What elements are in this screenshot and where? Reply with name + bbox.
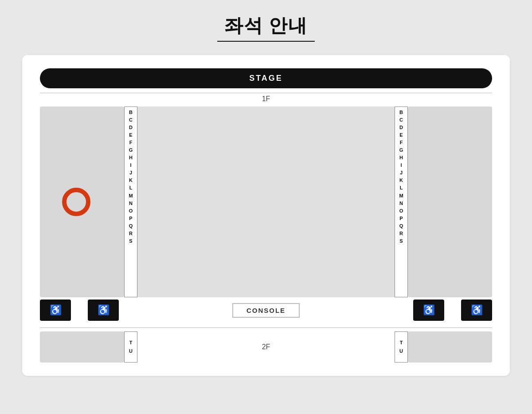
wheelchair-icon-1: ♿ [50,304,62,316]
2f-area: TU 2F TU [40,331,492,363]
2f-right-row-labels: TU [395,331,408,363]
row-label: R [125,230,137,237]
row-label: L [395,184,407,192]
row-label: L [125,184,137,192]
stage-divider [40,93,492,93]
floor-2f-label: 2F [137,331,395,363]
row-label: D [395,124,407,131]
row-label: P [395,215,407,222]
wheelchair-icon-box-2: ♿ [88,300,119,321]
full-layout: BCDEFGHIJKLMNOPQRS BCDEFGHIJKLMNOPQRS ♿ [40,106,492,363]
row-label-2f: T [400,339,403,347]
row-label: G [395,146,407,154]
row-label: F [125,139,137,146]
bottom-center-console: CONSOLE [137,303,395,318]
left-side-block-area: BCDEFGHIJKLMNOPQRS [40,106,137,297]
row-label-2f: U [399,347,403,355]
row-label: E [125,131,137,139]
page-title: 좌석 안내 [224,13,308,38]
row-label: I [395,162,407,169]
right-side-block-area: BCDEFGHIJKLMNOPQRS [395,106,492,297]
row-label: Q [125,222,137,230]
right-gray-block [408,106,492,297]
2f-left-row-labels: TU [124,331,137,363]
bottom-strip: ♿ ♿ CONSOLE ♿ ♿ [40,297,492,323]
row-label-2f: T [129,339,133,347]
left-row-labels: BCDEFGHIJKLMNOPQRS [124,106,137,297]
row-label: N [395,200,407,207]
wheelchair-icon-box-4: ♿ [461,300,492,321]
row-label: C [125,116,137,124]
2f-divider [40,327,492,328]
1f-area: BCDEFGHIJKLMNOPQRS BCDEFGHIJKLMNOPQRS [40,106,492,297]
venue-map: STAGE 1F BCDEFGHIJKLMNOPQRS BCDEFGHIJKLM… [22,55,510,376]
row-label: I [125,162,137,169]
floor-1f-label: 1F [40,95,492,103]
2f-left-gray [40,331,124,363]
row-label: B [395,109,407,116]
wheelchair-icon-box-1: ♿ [40,300,71,321]
row-label: S [395,237,407,245]
row-label: M [125,192,137,200]
row-label: O [125,207,137,215]
console-box: CONSOLE [232,303,300,318]
center-inner [137,106,395,297]
row-label: H [125,154,137,162]
row-label: C [395,116,407,124]
right-row-labels: BCDEFGHIJKLMNOPQRS [395,106,408,297]
wheelchair-icon-2: ♿ [98,304,110,316]
title-underline [217,41,315,42]
center-seating-area [137,106,395,297]
row-label: J [395,169,407,177]
seat-marker [62,188,90,216]
wheelchair-icon-4: ♿ [471,304,483,316]
row-label: G [125,146,137,154]
row-label: J [125,169,137,177]
stage-bar: STAGE [40,68,492,88]
row-label-2f: U [129,347,133,355]
wheelchair-icon-box-3: ♿ [413,300,444,321]
row-label: K [125,177,137,184]
row-label: P [125,215,137,222]
2f-right-gray [408,331,492,363]
row-label: M [395,192,407,200]
row-label: F [395,139,407,146]
row-label: Q [395,222,407,230]
row-label: R [395,230,407,237]
row-label: N [125,200,137,207]
row-label: H [395,154,407,162]
row-label: K [395,177,407,184]
row-label: E [395,131,407,139]
bottom-right: ♿ ♿ [395,300,492,321]
wheelchair-icon-3: ♿ [423,304,435,316]
row-label: O [395,207,407,215]
row-label: D [125,124,137,131]
row-label: B [125,109,137,116]
left-gray-block [40,106,124,297]
row-label: S [125,237,137,245]
bottom-left: ♿ ♿ [40,300,137,321]
